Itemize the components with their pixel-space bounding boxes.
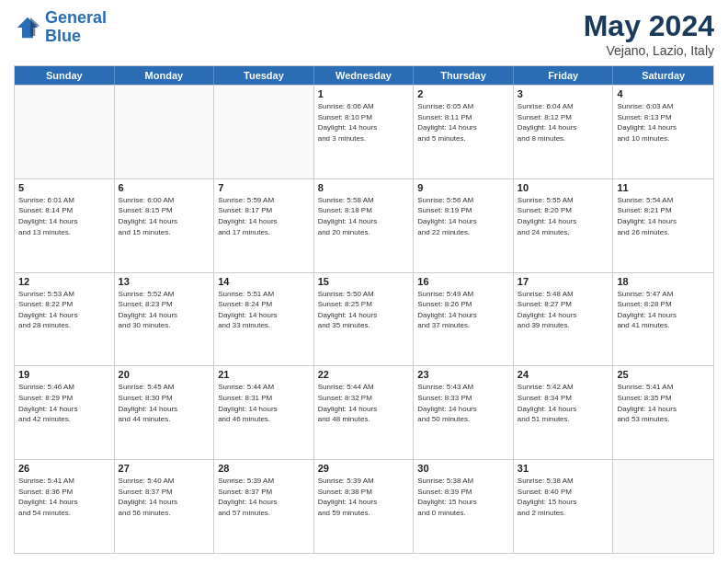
calendar-cell-day-25: 25Sunrise: 5:41 AMSunset: 8:35 PMDayligh… [613,366,713,459]
day-number: 23 [417,369,509,380]
calendar-cell-day-24: 24Sunrise: 5:42 AMSunset: 8:34 PMDayligh… [514,366,614,459]
weekday-header-wednesday: Wednesday [314,66,415,85]
cell-info: Sunrise: 5:50 AMSunset: 8:25 PMDaylight:… [318,289,410,331]
day-number: 12 [18,276,110,287]
calendar-cell-day-5: 5Sunrise: 6:01 AMSunset: 8:14 PMDaylight… [15,179,115,272]
day-number: 22 [318,369,410,380]
day-number: 20 [119,369,210,380]
logo-icon [14,14,41,41]
logo: General Blue [14,9,107,46]
header: General Blue May 2024 Vejano, Lazio, Ita… [14,9,714,58]
calendar-cell-day-12: 12Sunrise: 5:53 AMSunset: 8:22 PMDayligh… [15,273,115,366]
day-number: 7 [218,182,310,193]
day-number: 2 [417,88,509,99]
logo-line1: General [45,8,107,27]
day-number: 9 [417,182,509,193]
title-block: May 2024 Vejano, Lazio, Italy [584,9,714,58]
calendar-cell-day-7: 7Sunrise: 5:59 AMSunset: 8:17 PMDaylight… [214,179,314,272]
calendar-cell-day-21: 21Sunrise: 5:44 AMSunset: 8:31 PMDayligh… [214,366,314,459]
calendar-cell-day-11: 11Sunrise: 5:54 AMSunset: 8:21 PMDayligh… [613,179,713,272]
day-number: 16 [417,276,509,287]
calendar-cell-empty [15,86,115,178]
calendar-body: 1Sunrise: 6:06 AMSunset: 8:10 PMDaylight… [15,85,713,553]
calendar-cell-empty [115,86,215,178]
day-number: 6 [119,182,210,193]
cell-info: Sunrise: 6:03 AMSunset: 8:13 PMDaylight:… [617,101,710,144]
day-number: 11 [617,182,710,193]
location: Vejano, Lazio, Italy [584,43,714,58]
calendar-row-1: 1Sunrise: 6:06 AMSunset: 8:10 PMDaylight… [15,85,713,178]
day-number: 4 [617,88,710,99]
cell-info: Sunrise: 5:53 AMSunset: 8:22 PMDaylight:… [18,289,110,331]
weekday-header-sunday: Sunday [15,66,115,85]
calendar-cell-day-17: 17Sunrise: 5:48 AMSunset: 8:27 PMDayligh… [514,273,614,366]
day-number: 10 [518,182,609,193]
calendar-row-2: 5Sunrise: 6:01 AMSunset: 8:14 PMDaylight… [15,178,713,272]
calendar-cell-day-15: 15Sunrise: 5:50 AMSunset: 8:25 PMDayligh… [314,273,415,366]
weekday-header-tuesday: Tuesday [214,66,314,85]
cell-info: Sunrise: 5:56 AMSunset: 8:19 PMDaylight:… [417,195,509,237]
calendar-cell-day-30: 30Sunrise: 5:38 AMSunset: 8:39 PMDayligh… [414,460,514,553]
weekday-header-monday: Monday [115,66,215,85]
svg-marker-1 [30,17,40,36]
calendar-cell-day-9: 9Sunrise: 5:56 AMSunset: 8:19 PMDaylight… [414,179,514,272]
calendar-cell-day-2: 2Sunrise: 6:05 AMSunset: 8:11 PMDaylight… [414,86,514,178]
calendar-cell-empty [214,86,314,178]
day-number: 29 [318,463,410,474]
cell-info: Sunrise: 5:39 AMSunset: 8:38 PMDaylight:… [318,476,410,518]
logo-text: General Blue [45,9,107,46]
calendar-cell-day-14: 14Sunrise: 5:51 AMSunset: 8:24 PMDayligh… [214,273,314,366]
cell-info: Sunrise: 5:39 AMSunset: 8:37 PMDaylight:… [218,476,310,518]
day-number: 28 [218,463,310,474]
page: General Blue May 2024 Vejano, Lazio, Ita… [0,0,728,563]
cell-info: Sunrise: 5:44 AMSunset: 8:31 PMDaylight:… [218,382,310,424]
cell-info: Sunrise: 5:38 AMSunset: 8:40 PMDaylight:… [518,476,609,518]
calendar-cell-day-22: 22Sunrise: 5:44 AMSunset: 8:32 PMDayligh… [314,366,415,459]
cell-info: Sunrise: 5:41 AMSunset: 8:36 PMDaylight:… [18,476,110,518]
calendar-header: SundayMondayTuesdayWednesdayThursdayFrid… [15,66,713,85]
calendar-cell-day-10: 10Sunrise: 5:55 AMSunset: 8:20 PMDayligh… [514,179,614,272]
calendar-cell-day-6: 6Sunrise: 6:00 AMSunset: 8:15 PMDaylight… [115,179,215,272]
cell-info: Sunrise: 5:38 AMSunset: 8:39 PMDaylight:… [417,476,509,518]
calendar-cell-day-4: 4Sunrise: 6:03 AMSunset: 8:13 PMDaylight… [613,86,713,178]
day-number: 14 [218,276,310,287]
day-number: 3 [518,88,609,99]
cell-info: Sunrise: 5:46 AMSunset: 8:29 PMDaylight:… [18,382,110,424]
calendar-cell-day-28: 28Sunrise: 5:39 AMSunset: 8:37 PMDayligh… [214,460,314,553]
month-title: May 2024 [584,9,714,43]
calendar-cell-day-13: 13Sunrise: 5:52 AMSunset: 8:23 PMDayligh… [115,273,215,366]
cell-info: Sunrise: 5:40 AMSunset: 8:37 PMDaylight:… [119,476,210,518]
calendar-cell-day-3: 3Sunrise: 6:04 AMSunset: 8:12 PMDaylight… [514,86,614,178]
day-number: 18 [617,276,710,287]
day-number: 1 [318,88,410,99]
cell-info: Sunrise: 5:51 AMSunset: 8:24 PMDaylight:… [218,289,310,331]
logo-line2: Blue [45,27,81,45]
cell-info: Sunrise: 5:41 AMSunset: 8:35 PMDaylight:… [617,382,710,424]
calendar: SundayMondayTuesdayWednesdayThursdayFrid… [14,65,714,554]
cell-info: Sunrise: 5:54 AMSunset: 8:21 PMDaylight:… [617,195,710,237]
cell-info: Sunrise: 5:58 AMSunset: 8:18 PMDaylight:… [318,195,410,237]
day-number: 5 [18,182,110,193]
cell-info: Sunrise: 5:42 AMSunset: 8:34 PMDaylight:… [518,382,609,424]
cell-info: Sunrise: 5:49 AMSunset: 8:26 PMDaylight:… [417,289,509,331]
calendar-cell-day-16: 16Sunrise: 5:49 AMSunset: 8:26 PMDayligh… [414,273,514,366]
calendar-cell-day-23: 23Sunrise: 5:43 AMSunset: 8:33 PMDayligh… [414,366,514,459]
day-number: 24 [518,369,609,380]
cell-info: Sunrise: 5:48 AMSunset: 8:27 PMDaylight:… [518,289,609,331]
cell-info: Sunrise: 6:00 AMSunset: 8:15 PMDaylight:… [119,195,210,237]
cell-info: Sunrise: 6:06 AMSunset: 8:10 PMDaylight:… [318,101,410,144]
day-number: 17 [518,276,609,287]
day-number: 15 [318,276,410,287]
cell-info: Sunrise: 5:45 AMSunset: 8:30 PMDaylight:… [119,382,210,424]
calendar-cell-day-1: 1Sunrise: 6:06 AMSunset: 8:10 PMDaylight… [314,86,415,178]
day-number: 30 [417,463,509,474]
weekday-header-friday: Friday [514,66,614,85]
cell-info: Sunrise: 5:59 AMSunset: 8:17 PMDaylight:… [218,195,310,237]
cell-info: Sunrise: 6:04 AMSunset: 8:12 PMDaylight:… [518,101,609,144]
calendar-cell-day-31: 31Sunrise: 5:38 AMSunset: 8:40 PMDayligh… [514,460,614,553]
day-number: 31 [518,463,609,474]
cell-info: Sunrise: 5:47 AMSunset: 8:28 PMDaylight:… [617,289,710,331]
weekday-header-saturday: Saturday [613,66,713,85]
cell-info: Sunrise: 5:52 AMSunset: 8:23 PMDaylight:… [119,289,210,331]
cell-info: Sunrise: 5:43 AMSunset: 8:33 PMDaylight:… [417,382,509,424]
